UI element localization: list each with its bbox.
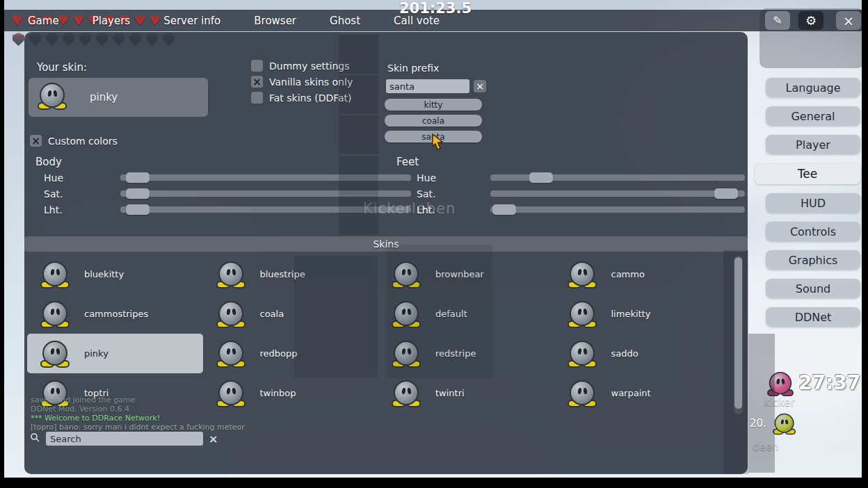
- skin-item-limekitty[interactable]: limekitty: [554, 294, 730, 334]
- scrollbar-thumb[interactable]: [734, 257, 742, 409]
- hud-player-name: kicker: [764, 396, 795, 409]
- skins-scrollbar[interactable]: [734, 256, 743, 414]
- slider-track[interactable]: [120, 174, 411, 181]
- skin-item-redstripe[interactable]: redstripe: [378, 334, 554, 373]
- checkbox-label: Vanilla skins only: [269, 76, 353, 88]
- tee-icon: [568, 261, 596, 288]
- sidebar-item-hud[interactable]: HUD: [766, 193, 860, 213]
- search-clear-button[interactable]: ×: [209, 432, 218, 446]
- skins-header: Skins: [24, 236, 748, 252]
- skin-prefix-label: Skin prefix: [387, 63, 439, 74]
- skin-item-toptri[interactable]: toptri: [27, 373, 203, 413]
- pencil-icon: ✎: [773, 14, 782, 27]
- skin-item-brownbear[interactable]: brownbear: [378, 254, 554, 294]
- slider-row-lht-: Lht.: [38, 202, 411, 218]
- skin-item-bluekitty[interactable]: bluekitty: [27, 254, 203, 294]
- sidebar-item-ddnet[interactable]: DDNet: [766, 307, 860, 327]
- skin-item-bluestripe[interactable]: bluestripe: [203, 254, 379, 294]
- settings-button[interactable]: ⚙: [798, 11, 823, 30]
- slider-handle[interactable]: [714, 188, 738, 199]
- menu-tab-ghost[interactable]: Ghost: [330, 15, 360, 27]
- skin-item-redbopp[interactable]: redbopp: [203, 334, 379, 373]
- menu-tab-browser[interactable]: Browser: [254, 15, 296, 27]
- sidebar-item-sound[interactable]: Sound: [766, 279, 860, 298]
- skin-item-pinky[interactable]: pinky: [27, 334, 203, 373]
- checkbox-label: Fat skins (DDFat): [269, 92, 352, 104]
- checkbox-dummy-settings[interactable]: Dummy settings: [251, 60, 353, 72]
- sidebar-item-general[interactable]: General: [766, 106, 860, 126]
- checkbox-box: [30, 135, 42, 147]
- tee-body: [218, 261, 243, 286]
- skin-prefix-input[interactable]: [386, 79, 469, 93]
- skin-name: toptri: [84, 388, 108, 398]
- checkbox-vanilla-skins-only[interactable]: Vanilla skins only: [251, 76, 353, 88]
- tee-settings-panel: Your skin: pinky Dummy settingsVanilla s…: [24, 32, 748, 474]
- slider-handle[interactable]: [126, 188, 150, 199]
- tee-icon: [392, 300, 420, 328]
- current-skin-name: pinky: [90, 91, 118, 104]
- sidebar-item-tee[interactable]: Tee: [755, 163, 860, 184]
- current-skin-preview: pinky: [29, 78, 208, 117]
- skin-name: twintri: [435, 388, 465, 398]
- menu-tab-game[interactable]: Game: [28, 15, 59, 27]
- skin-item-twinbop[interactable]: twinbop: [203, 373, 379, 413]
- skins-header-label: Skins: [373, 238, 399, 250]
- slider-handle[interactable]: [529, 172, 553, 183]
- search-icon: [30, 432, 40, 446]
- slider-label: Hue: [411, 172, 490, 184]
- skin-name: bluekitty: [84, 269, 124, 279]
- sidebar-item-graphics[interactable]: Graphics: [766, 250, 860, 270]
- slider-track[interactable]: [120, 190, 411, 197]
- sidebar-item-player[interactable]: Player: [766, 135, 860, 154]
- prefix-option-coala[interactable]: coala: [385, 115, 482, 127]
- prefix-clear-button[interactable]: ×: [474, 80, 486, 92]
- tee-icon: [768, 371, 793, 396]
- skin-item-twintri[interactable]: twintri: [378, 373, 554, 413]
- slider-track[interactable]: [490, 190, 745, 197]
- skin-name: limekitty: [611, 309, 651, 319]
- slider-row-sat-: Sat.: [411, 186, 745, 202]
- tee-body: [570, 301, 595, 326]
- tee-body: [775, 414, 794, 433]
- slider-handle[interactable]: [126, 204, 150, 215]
- editor-button[interactable]: ✎: [765, 11, 790, 30]
- skin-search-input[interactable]: [46, 432, 203, 446]
- skin-item-saddo[interactable]: saddo: [554, 334, 730, 373]
- hud-race-time: 27:37: [798, 371, 860, 394]
- menu-tab-players[interactable]: Players: [93, 15, 131, 27]
- slider-handle[interactable]: [492, 204, 516, 215]
- custom-colors-checkbox[interactable]: Custom colors: [30, 135, 118, 147]
- checkbox-group: Dummy settingsVanilla skins onlyFat skin…: [251, 60, 353, 104]
- skin-item-cammo[interactable]: cammo: [554, 254, 730, 294]
- menu-tab-server-info[interactable]: Server info: [163, 15, 220, 27]
- skin-item-coala[interactable]: coala: [203, 294, 379, 334]
- skin-item-default[interactable]: default: [378, 294, 554, 334]
- menu-tabs: GamePlayersServer infoBrowserGhostCall v…: [28, 10, 440, 31]
- quit-button[interactable]: ×: [836, 11, 861, 30]
- heart-icon: ♥: [11, 11, 23, 30]
- slider-track[interactable]: [490, 206, 745, 213]
- tee-body: [42, 261, 67, 286]
- tee-icon: [217, 261, 245, 288]
- slider-row-hue: Hue: [411, 170, 745, 186]
- checkbox-label: Dummy settings: [269, 60, 350, 72]
- slider-track[interactable]: [490, 174, 745, 181]
- tee-body: [394, 301, 419, 326]
- slider-handle[interactable]: [126, 172, 150, 183]
- skin-item-warpaint[interactable]: warpaint: [554, 373, 730, 413]
- prefix-option-kitty[interactable]: kitty: [385, 99, 482, 111]
- tee-body: [570, 341, 595, 366]
- tee-icon: [568, 300, 596, 328]
- sidebar-item-language[interactable]: Language: [766, 78, 860, 97]
- mouse-cursor-icon: [431, 133, 447, 152]
- skin-item-cammostripes[interactable]: cammostripes: [27, 294, 203, 334]
- sidebar-item-controls[interactable]: Controls: [766, 222, 860, 241]
- tee-body: [40, 83, 65, 108]
- gear-icon: ⚙: [805, 13, 817, 28]
- slider-track[interactable]: [120, 206, 411, 213]
- checkbox-box: [251, 60, 263, 72]
- skins-grid: bluekittybluestripebrownbearcammocammost…: [27, 254, 730, 413]
- preview-tee: [38, 82, 66, 113]
- close-icon: ×: [476, 81, 484, 92]
- checkbox-fat-skins-ddfat-[interactable]: Fat skins (DDFat): [251, 92, 353, 104]
